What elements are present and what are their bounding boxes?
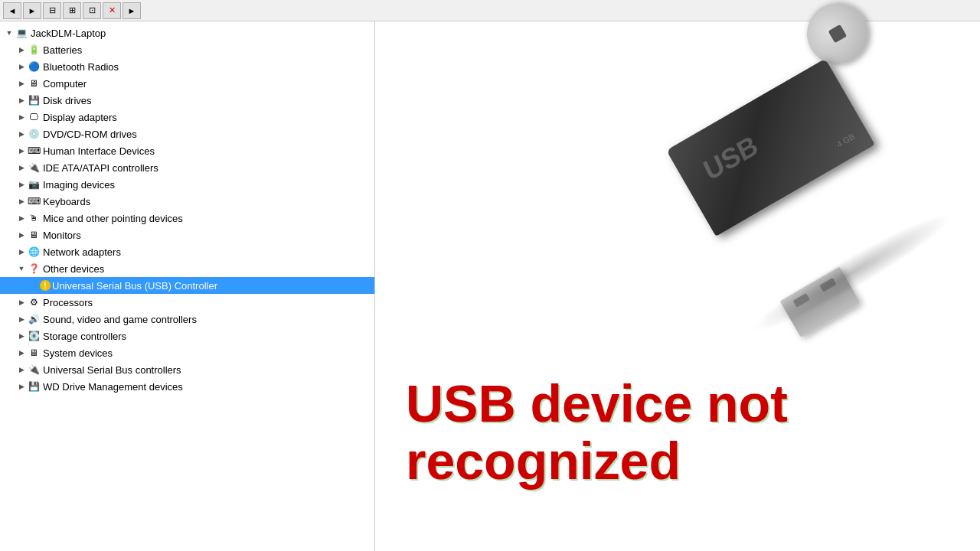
- tree-item-processors[interactable]: ▶ ⚙ Processors: [0, 294, 374, 311]
- usb-drive: [630, 0, 978, 331]
- other-label: Other devices: [43, 263, 104, 275]
- computer-label: Computer: [43, 78, 87, 90]
- processors-icon: ⚙: [28, 296, 40, 308]
- tree-item-sound[interactable]: ▶ 🔊 Sound, video and game controllers: [0, 311, 374, 328]
- hid-expander: ▶: [15, 145, 28, 157]
- display-label: Display adapters: [43, 112, 117, 123]
- keyboards-icon: ⌨: [28, 195, 40, 207]
- toolbar-remove[interactable]: ✕: [103, 2, 121, 19]
- batteries-label: Batteries: [43, 44, 82, 56]
- imaging-expander: ▶: [15, 178, 28, 191]
- wd-icon: 💾: [28, 380, 40, 393]
- sound-icon: 🔊: [28, 313, 40, 325]
- tree-item-dvd[interactable]: ▶ 💿 DVD/CD-ROM drives: [0, 126, 374, 142]
- system-label: System devices: [43, 347, 113, 359]
- tree-item-network[interactable]: ▶ 🌐 Network adapters: [0, 243, 374, 260]
- toolbar-scan[interactable]: ►: [122, 2, 141, 19]
- system-expander: ▶: [15, 347, 28, 359]
- batteries-icon: 🔋: [28, 44, 40, 56]
- keyboards-label: Keyboards: [43, 196, 90, 207]
- tree-item-disk[interactable]: ▶ 💾 Disk drives: [0, 92, 374, 109]
- toolbar-collapse[interactable]: ⊟: [43, 2, 61, 19]
- tree-item-imaging[interactable]: ▶ 📷 Imaging devices: [0, 176, 374, 193]
- batteries-expander: ▶: [15, 44, 28, 56]
- hid-icon: ⌨: [28, 145, 40, 157]
- dvd-label: DVD/CD-ROM drives: [43, 129, 137, 140]
- network-expander: ▶: [15, 246, 28, 258]
- toolbar-forward[interactable]: ►: [23, 2, 41, 19]
- tree-item-computer[interactable]: ▶ 🖥 Computer: [0, 75, 374, 92]
- toolbar-back[interactable]: ◄: [3, 2, 21, 19]
- tree-root[interactable]: ▼ 💻 JackDLM-Laptop: [0, 24, 374, 41]
- processors-label: Processors: [43, 297, 93, 308]
- hid-label: Human Interface Devices: [43, 145, 155, 157]
- usb-shadow: [745, 202, 959, 344]
- display-expander: ▶: [15, 111, 28, 123]
- processors-expander: ▶: [15, 296, 28, 308]
- storage-icon: 💽: [28, 330, 40, 342]
- usb-controllers-icon: 🔌: [28, 364, 40, 376]
- tree-item-monitors[interactable]: ▶ 🖥 Monitors: [0, 227, 374, 243]
- tree-item-wd[interactable]: ▶ 💾 WD Drive Management devices: [0, 378, 374, 395]
- warning-badge: !: [40, 280, 51, 291]
- toolbar-expand[interactable]: ⊞: [63, 2, 81, 19]
- tree-item-other[interactable]: ▼ ❓ Other devices: [0, 260, 374, 277]
- error-message: USB device not recognized: [406, 375, 788, 490]
- disk-label: Disk drives: [43, 95, 92, 106]
- mice-icon: 🖱: [28, 212, 40, 224]
- toolbar-view[interactable]: ⊡: [83, 2, 101, 19]
- tree-item-display[interactable]: ▶ 🖵 Display adapters: [0, 109, 374, 126]
- usb-body: [666, 58, 875, 236]
- sound-expander: ▶: [15, 313, 28, 325]
- ide-expander: ▶: [15, 161, 28, 174]
- tree-item-system[interactable]: ▶ 🖥 System devices: [0, 344, 374, 361]
- usb-ctrl-expander: [28, 279, 40, 292]
- imaging-icon: 📷: [28, 178, 40, 191]
- computer-expander: ▶: [15, 77, 28, 90]
- system-icon: 🖥: [28, 347, 40, 359]
- tree-item-ide[interactable]: ▶ 🔌 IDE ATA/ATAPI controllers: [0, 159, 374, 176]
- dvd-icon: 💿: [28, 128, 40, 140]
- usb-controllers-label: Universal Serial Bus controllers: [43, 364, 181, 376]
- bluetooth-label: Bluetooth Radios: [43, 61, 119, 73]
- mice-label: Mice and other pointing devices: [43, 213, 183, 224]
- imaging-label: Imaging devices: [43, 179, 115, 191]
- usb-ctrl-label: Universal Serial Bus (USB) Controller: [52, 280, 217, 292]
- network-icon: 🌐: [28, 246, 40, 258]
- disk-icon: 💾: [28, 94, 40, 106]
- tree-item-batteries[interactable]: ▶ 🔋 Batteries: [0, 41, 374, 58]
- computer-icon: 💻: [15, 27, 28, 39]
- ide-label: IDE ATA/ATAPI controllers: [43, 162, 158, 174]
- tree-item-keyboards[interactable]: ▶ ⌨ Keyboards: [0, 193, 374, 210]
- tree-item-bluetooth[interactable]: ▶ 🔵 Bluetooth Radios: [0, 58, 374, 75]
- monitors-expander: ▶: [15, 229, 28, 241]
- tree-item-storage[interactable]: ▶ 💽 Storage controllers: [0, 328, 374, 344]
- network-label: Network adapters: [43, 246, 121, 258]
- main-area: ▼ 💻 JackDLM-Laptop ▶ 🔋 Batteries ▶ 🔵 Blu…: [0, 21, 980, 551]
- storage-expander: ▶: [15, 330, 28, 342]
- monitors-icon: 🖥: [28, 229, 40, 241]
- tree-item-usb-controllers[interactable]: ▶ 🔌 Universal Serial Bus controllers: [0, 361, 374, 378]
- sound-label: Sound, video and game controllers: [43, 314, 197, 325]
- tree-item-hid[interactable]: ▶ ⌨ Human Interface Devices: [0, 142, 374, 159]
- error-line2: recognized: [406, 432, 788, 490]
- bluetooth-expander: ▶: [15, 60, 28, 73]
- ide-icon: 🔌: [28, 161, 40, 174]
- wd-expander: ▶: [15, 380, 28, 393]
- monitors-label: Monitors: [43, 230, 81, 241]
- disk-expander: ▶: [15, 94, 28, 106]
- bluetooth-icon: 🔵: [28, 60, 40, 73]
- tree-item-mice[interactable]: ▶ 🖱 Mice and other pointing devices: [0, 210, 374, 227]
- dvd-expander: ▶: [15, 128, 28, 140]
- right-panel: USB device not recognized: [375, 21, 980, 551]
- computer-icon2: 🖥: [28, 77, 40, 90]
- tree-item-usb-controller[interactable]: ! Universal Serial Bus (USB) Controller: [0, 277, 374, 294]
- usb-controllers-expander: ▶: [15, 364, 28, 376]
- device-tree: ▼ 💻 JackDLM-Laptop ▶ 🔋 Batteries ▶ 🔵 Blu…: [0, 21, 375, 551]
- error-line1: USB device not: [406, 375, 788, 432]
- wd-label: WD Drive Management devices: [43, 381, 183, 393]
- other-icon: ❓: [28, 262, 40, 275]
- root-expander: ▼: [3, 27, 15, 39]
- other-expander: ▼: [15, 262, 28, 275]
- display-icon: 🖵: [28, 111, 40, 123]
